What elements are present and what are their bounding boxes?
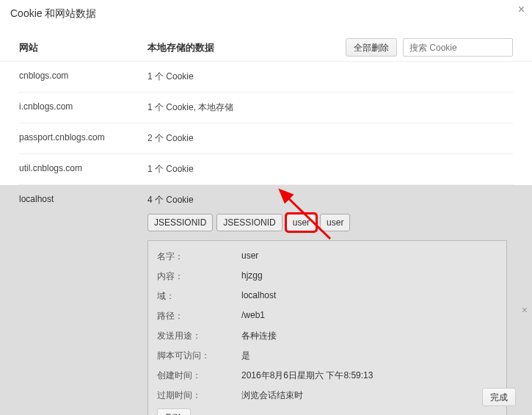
detail-value: /web1 xyxy=(241,310,265,322)
site-name: cnblogs.com xyxy=(19,71,147,83)
detail-label: 过期时间： xyxy=(157,389,241,402)
detail-label: 创建时间： xyxy=(157,369,241,382)
site-row[interactable]: cnblogs.com 1 个 Cookie xyxy=(19,62,513,93)
detail-value: 2016年8月6日星期六 下午8:59:13 xyxy=(241,369,373,382)
site-list: cnblogs.com 1 个 Cookie i.cnblogs.com 1 个… xyxy=(0,62,532,415)
site-row-expanded: localhost 4 个 Cookie JSESSIONID JSESSION… xyxy=(0,185,532,415)
cookie-tab[interactable]: JSESSIONID xyxy=(147,214,213,231)
detail-label: 内容： xyxy=(157,270,241,283)
dialog-title: Cookie 和网站数据 xyxy=(0,0,532,26)
site-name: i.cnblogs.com xyxy=(19,101,147,114)
close-icon[interactable]: × xyxy=(518,3,525,16)
done-button[interactable]: 完成 xyxy=(482,388,516,406)
column-header-site: 网站 xyxy=(19,41,147,54)
site-row[interactable]: i.cnblogs.com 1 个 Cookie, 本地存储 xyxy=(19,93,513,123)
site-data: 1 个 Cookie xyxy=(147,163,513,176)
detail-value: user xyxy=(241,250,258,263)
site-name: passport.cnblogs.com xyxy=(19,132,147,145)
cookie-tab-selected[interactable]: user xyxy=(286,214,316,231)
site-name: localhost xyxy=(19,194,147,206)
site-row[interactable]: passport.cnblogs.com 2 个 Cookie xyxy=(19,123,513,154)
detail-value: 各种连接 xyxy=(241,330,277,342)
cookie-tab[interactable]: user xyxy=(320,214,350,231)
cookie-tab[interactable]: JSESSIONID xyxy=(216,214,282,231)
site-name: util.cnblogs.com xyxy=(19,163,147,176)
delete-button[interactable]: 删除 xyxy=(157,408,191,415)
detail-value: hjzgg xyxy=(241,270,263,283)
detail-value: 是 xyxy=(241,350,250,362)
cookie-details-panel: 名字：user 内容：hjzgg 域：localhost 路径：/web1 发送… xyxy=(147,240,507,415)
detail-label: 域： xyxy=(157,290,241,303)
site-data: 2 个 Cookie xyxy=(147,132,513,145)
site-row[interactable]: util.cnblogs.com 1 个 Cookie xyxy=(19,154,513,185)
column-header-data: 本地存储的数据 xyxy=(147,41,346,54)
detail-label: 路径： xyxy=(157,310,241,322)
dialog-footer: 完成 xyxy=(482,388,516,406)
table-header-row: 网站 本地存储的数据 全部删除 xyxy=(0,26,532,62)
site-data: 1 个 Cookie, 本地存储 xyxy=(147,101,513,114)
detail-value: localhost xyxy=(241,290,276,303)
site-data: 1 个 Cookie xyxy=(147,71,513,83)
detail-label: 名字： xyxy=(157,250,241,263)
remove-row-icon[interactable]: × xyxy=(522,304,528,316)
cookie-tabs: JSESSIONID JSESSIONID user user xyxy=(19,209,513,237)
delete-all-button[interactable]: 全部删除 xyxy=(346,38,397,57)
detail-label: 脚本可访问： xyxy=(157,350,241,362)
site-data: 4 个 Cookie xyxy=(147,194,194,206)
detail-value: 浏览会话结束时 xyxy=(241,389,303,402)
search-input[interactable] xyxy=(403,38,513,57)
detail-label: 发送用途： xyxy=(157,330,241,342)
